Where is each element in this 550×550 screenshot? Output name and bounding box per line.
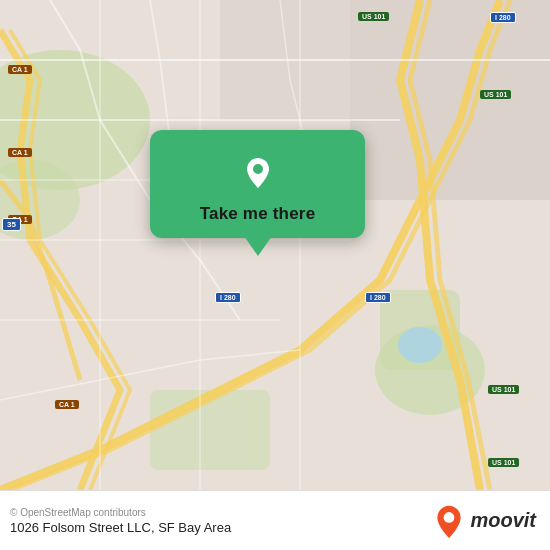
map-container: US 101 I 280 CA 1 US 101 CA 1 CA 1 35 I …	[0, 0, 550, 490]
svg-rect-8	[350, 0, 550, 200]
callout-label: Take me there	[200, 204, 316, 224]
moovit-text: moovit	[470, 509, 536, 532]
moovit-logo: moovit	[434, 504, 536, 538]
address-text: 1026 Folsom Street LLC, SF Bay Area	[10, 520, 231, 535]
take-me-there-callout[interactable]: Take me there	[150, 130, 365, 238]
svg-point-19	[444, 512, 455, 523]
highway-label-us101-top: US 101	[358, 12, 389, 21]
highway-label-ca1-2: CA 1	[8, 148, 32, 157]
highway-label-i280-top: I 280	[490, 12, 516, 23]
moovit-pin-icon	[434, 504, 464, 538]
highway-label-us101-2: US 101	[480, 90, 511, 99]
attribution-text: © OpenStreetMap contributors	[10, 507, 231, 518]
svg-point-18	[253, 164, 263, 174]
highway-label-35: 35	[2, 218, 21, 231]
highway-label-i280-mid: I 280	[215, 292, 241, 303]
bottom-left-info: © OpenStreetMap contributors 1026 Folsom…	[10, 507, 231, 535]
highway-label-us101-bottom2: US 101	[488, 458, 519, 467]
highway-label-ca1-1: CA 1	[8, 65, 32, 74]
highway-label-i280-right: I 280	[365, 292, 391, 303]
svg-point-6	[398, 327, 442, 363]
highway-label-ca1-bottom: CA 1	[55, 400, 79, 409]
highway-label-us101-bottom: US 101	[488, 385, 519, 394]
bottom-bar: © OpenStreetMap contributors 1026 Folsom…	[0, 490, 550, 550]
location-pin-icon	[234, 148, 282, 196]
